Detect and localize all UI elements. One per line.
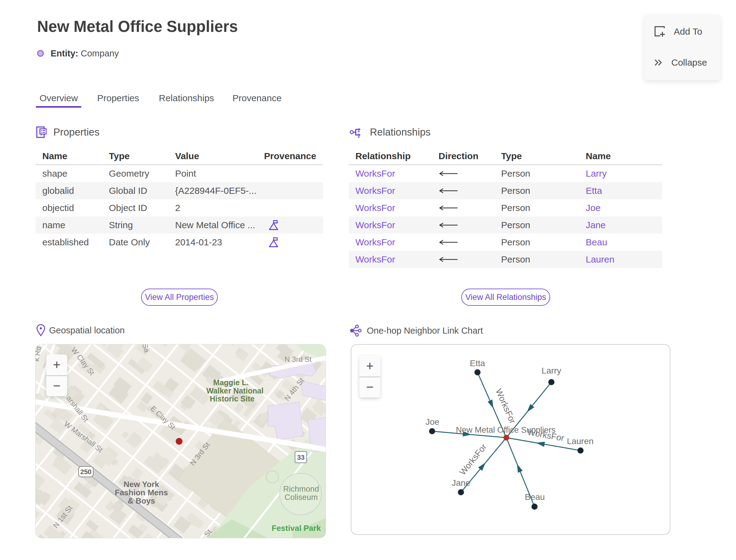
svg-text:Etta: Etta xyxy=(470,359,485,368)
svg-text:Richmond: Richmond xyxy=(283,484,319,493)
svg-text:WorksFor: WorksFor xyxy=(494,387,517,425)
svg-text:WorksFor: WorksFor xyxy=(458,442,489,477)
svg-text:33: 33 xyxy=(297,454,305,461)
svg-text:Jane: Jane xyxy=(452,478,470,488)
svg-text:N 3rd St: N 3rd St xyxy=(285,355,312,363)
svg-text:Historic Site: Historic Site xyxy=(210,394,255,403)
svg-text:Walker National: Walker National xyxy=(206,386,264,395)
svg-text:Fashion Mens: Fashion Mens xyxy=(115,488,168,497)
svg-text:Larry: Larry xyxy=(542,366,561,375)
svg-text:250: 250 xyxy=(80,468,92,476)
svg-text:Beau: Beau xyxy=(525,492,545,502)
svg-text:Joe: Joe xyxy=(425,417,439,427)
svg-text:New York: New York xyxy=(124,480,159,489)
svg-text:Coliseum: Coliseum xyxy=(285,493,318,502)
svg-text:Maggie L.: Maggie L. xyxy=(213,378,248,387)
svg-text:& Boys: & Boys xyxy=(128,496,155,505)
svg-text:Festival Park: Festival Park xyxy=(272,524,321,533)
svg-text:Lauren: Lauren xyxy=(567,436,593,446)
